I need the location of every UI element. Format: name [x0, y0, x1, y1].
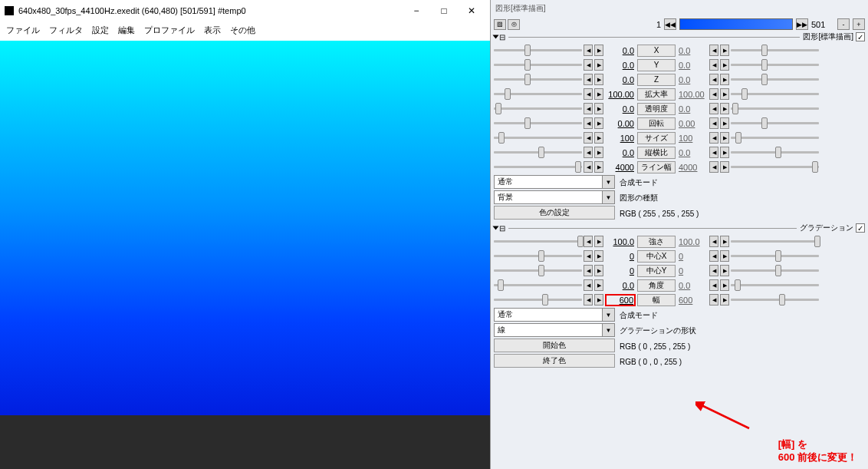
- param-slider-left[interactable]: [494, 294, 582, 306]
- zoom-plus-button[interactable]: +: [853, 18, 865, 30]
- step-left-button[interactable]: ◀: [584, 236, 593, 247]
- menu-other[interactable]: その他: [230, 25, 255, 36]
- section-1-enable-checkbox[interactable]: ✓: [856, 32, 865, 41]
- step-left-button[interactable]: ◀: [709, 294, 718, 306]
- step-left-button[interactable]: ◀: [584, 265, 593, 276]
- step-right-button[interactable]: ▶: [720, 88, 729, 100]
- param-label[interactable]: ライン幅: [637, 161, 676, 173]
- step-right-button[interactable]: ▶: [720, 117, 729, 129]
- step-left-button[interactable]: ◀: [584, 161, 593, 173]
- step-right-button[interactable]: ▶: [720, 161, 729, 173]
- param-label[interactable]: Y: [637, 59, 676, 71]
- step-right-button[interactable]: ▶: [720, 236, 729, 247]
- param-slider-left[interactable]: [494, 103, 582, 114]
- frame-fastfwd-button[interactable]: ▶▶: [796, 18, 808, 30]
- param-value-left[interactable]: 0.0: [605, 46, 636, 55]
- step-right-button[interactable]: ▶: [720, 147, 729, 158]
- param-slider-left[interactable]: [494, 236, 582, 247]
- param-value-left[interactable]: 100.0: [605, 237, 636, 246]
- param-slider-right[interactable]: [731, 117, 819, 129]
- menu-profile[interactable]: プロファイル: [144, 25, 195, 36]
- step-left-button[interactable]: ◀: [709, 236, 718, 247]
- menu-display[interactable]: 表示: [204, 25, 221, 36]
- step-left-button[interactable]: ◀: [584, 45, 593, 56]
- grad-blend-select[interactable]: 通常 ▼: [494, 308, 615, 322]
- step-left-button[interactable]: ◀: [709, 265, 718, 276]
- param-label[interactable]: 角度: [637, 279, 676, 292]
- param-label[interactable]: 縦横比: [637, 147, 676, 159]
- section-2-enable-checkbox[interactable]: ✓: [856, 223, 865, 233]
- param-value-right[interactable]: 0.00: [677, 119, 708, 128]
- param-slider-left[interactable]: [494, 59, 582, 71]
- param-label[interactable]: サイズ: [637, 132, 676, 144]
- param-slider-right[interactable]: [731, 250, 819, 262]
- step-right-button[interactable]: ▶: [594, 45, 603, 56]
- param-slider-right[interactable]: [731, 45, 819, 56]
- step-right-button[interactable]: ▶: [594, 279, 603, 291]
- param-label[interactable]: 拡大率: [637, 88, 676, 101]
- param-value-left[interactable]: 4000: [605, 163, 636, 172]
- step-right-button[interactable]: ▶: [594, 147, 603, 158]
- param-slider-right[interactable]: [731, 236, 819, 247]
- start-color-button[interactable]: 開始色: [494, 339, 615, 352]
- param-slider-left[interactable]: [494, 250, 582, 262]
- param-value-left[interactable]: 0: [605, 252, 636, 261]
- param-slider-right[interactable]: [731, 88, 819, 100]
- close-button[interactable]: ✕: [458, 3, 485, 18]
- param-value-right[interactable]: 100.00: [677, 90, 708, 99]
- step-right-button[interactable]: ▶: [594, 74, 603, 85]
- step-right-button[interactable]: ▶: [594, 265, 603, 276]
- param-value-right[interactable]: 600: [677, 296, 708, 305]
- param-value-left[interactable]: 100: [605, 134, 636, 143]
- param-slider-right[interactable]: [731, 74, 819, 85]
- step-right-button[interactable]: ▶: [594, 59, 603, 71]
- param-value-right[interactable]: 0: [677, 252, 708, 261]
- step-right-button[interactable]: ▶: [720, 45, 729, 56]
- param-slider-right[interactable]: [731, 279, 819, 291]
- color-setting-button[interactable]: 色の設定: [494, 206, 615, 220]
- param-label[interactable]: 幅: [637, 294, 676, 306]
- param-value-left[interactable]: 0.00: [605, 119, 636, 128]
- param-value-left[interactable]: 600: [605, 294, 636, 306]
- step-left-button[interactable]: ◀: [709, 74, 718, 85]
- minimize-button[interactable]: −: [403, 3, 430, 18]
- section-handle-icon[interactable]: ⊟: [499, 224, 505, 233]
- param-slider-left[interactable]: [494, 74, 582, 85]
- step-right-button[interactable]: ▶: [594, 236, 603, 247]
- param-value-left[interactable]: 0.0: [605, 148, 636, 157]
- step-left-button[interactable]: ◀: [709, 88, 718, 100]
- collapse-icon[interactable]: [493, 226, 499, 230]
- param-value-right[interactable]: 100.0: [677, 237, 708, 246]
- param-label[interactable]: 透明度: [637, 103, 676, 115]
- step-left-button[interactable]: ◀: [584, 250, 593, 262]
- step-left-button[interactable]: ◀: [584, 88, 593, 100]
- step-left-button[interactable]: ◀: [584, 103, 593, 114]
- param-slider-right[interactable]: [731, 59, 819, 71]
- step-left-button[interactable]: ◀: [584, 59, 593, 71]
- param-slider-left[interactable]: [494, 161, 582, 173]
- param-slider-right[interactable]: [731, 132, 819, 144]
- step-left-button[interactable]: ◀: [709, 161, 718, 173]
- menu-file[interactable]: ファイル: [6, 25, 40, 36]
- param-slider-right[interactable]: [731, 265, 819, 276]
- header-icon-2[interactable]: ◎: [508, 19, 520, 30]
- param-value-left[interactable]: 100.00: [605, 90, 636, 99]
- step-right-button[interactable]: ▶: [720, 59, 729, 71]
- param-slider-right[interactable]: [731, 161, 819, 173]
- maximize-button[interactable]: □: [430, 3, 458, 18]
- shape-type-select[interactable]: 背景 ▼: [494, 190, 615, 204]
- zoom-minus-button[interactable]: -: [837, 18, 850, 30]
- param-label[interactable]: 中心X: [637, 250, 676, 263]
- param-value-right[interactable]: 0.0: [677, 46, 708, 55]
- step-right-button[interactable]: ▶: [594, 250, 603, 262]
- step-right-button[interactable]: ▶: [594, 117, 603, 129]
- menu-filter[interactable]: フィルタ: [49, 25, 83, 36]
- param-value-left[interactable]: 0: [605, 266, 636, 276]
- grad-shape-select[interactable]: 線 ▼: [494, 323, 615, 337]
- step-left-button[interactable]: ◀: [709, 117, 718, 129]
- step-left-button[interactable]: ◀: [584, 117, 593, 129]
- step-left-button[interactable]: ◀: [709, 103, 718, 114]
- param-slider-right[interactable]: [731, 147, 819, 158]
- step-right-button[interactable]: ▶: [720, 279, 729, 291]
- step-right-button[interactable]: ▶: [720, 132, 729, 144]
